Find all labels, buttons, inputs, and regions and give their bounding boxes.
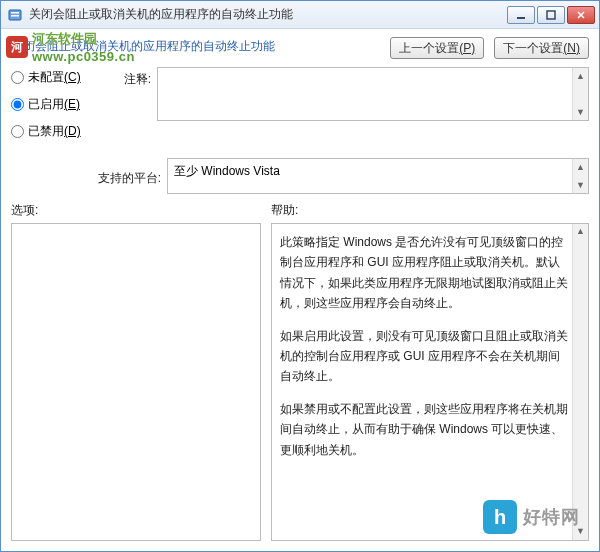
window-root: 关闭会阻止或取消关机的应用程序的自动终止功能 河 河东软件园 www.pc035… bbox=[0, 0, 600, 552]
heading-group: 关闭会阻止或取消关机的应用程序的自动终止功能 bbox=[11, 38, 380, 59]
scroll-down-icon[interactable]: ▼ bbox=[573, 524, 588, 540]
prev-setting-button[interactable]: 上一个设置(P) bbox=[390, 37, 484, 59]
radio-not-configured[interactable]: 未配置(C) bbox=[11, 69, 97, 86]
help-box[interactable]: 此策略指定 Windows 是否允许没有可见顶级窗口的控制台应用程序和 GUI … bbox=[271, 223, 589, 541]
svg-rect-2 bbox=[11, 15, 19, 17]
minimize-button[interactable] bbox=[507, 6, 535, 24]
window-buttons bbox=[507, 6, 595, 24]
help-paragraph: 如果禁用或不配置此设置，则这些应用程序将在关机期间自动终止，从而有助于确保 Wi… bbox=[280, 399, 568, 460]
scroll-up-icon[interactable]: ▲ bbox=[573, 68, 588, 84]
radio-disabled-input[interactable] bbox=[11, 125, 24, 138]
help-paragraph: 如果启用此设置，则没有可见顶级窗口且阻止或取消关机的控制台应用程序或 GUI 应… bbox=[280, 326, 568, 387]
help-label: 帮助: bbox=[271, 202, 589, 219]
maximize-button[interactable] bbox=[537, 6, 565, 24]
supported-value: 至少 Windows Vista bbox=[174, 163, 280, 180]
policy-title: 关闭会阻止或取消关机的应用程序的自动终止功能 bbox=[11, 38, 380, 55]
supported-row: 支持的平台: 至少 Windows Vista ▲ ▼ bbox=[97, 158, 589, 194]
radio-enabled-input[interactable] bbox=[11, 98, 24, 111]
options-pane: 选项: bbox=[11, 202, 261, 541]
radio-not-configured-input[interactable] bbox=[11, 71, 24, 84]
help-paragraph: 此策略指定 Windows 是否允许没有可见顶级窗口的控制台应用程序和 GUI … bbox=[280, 232, 568, 314]
supported-label: 支持的平台: bbox=[97, 166, 167, 187]
help-pane: 帮助: 此策略指定 Windows 是否允许没有可见顶级窗口的控制台应用程序和 … bbox=[271, 202, 589, 541]
body: 未配置(C) 已启用(E) 已禁用(D) 注释: ▲ ▼ bbox=[1, 63, 599, 551]
lower-panes: 选项: 帮助: 此策略指定 Windows 是否允许没有可见顶级窗口的控制台应用… bbox=[11, 202, 589, 541]
scroll-up-icon[interactable]: ▲ bbox=[573, 159, 588, 175]
comment-scrollbar[interactable]: ▲ ▼ bbox=[572, 68, 588, 120]
radio-enabled[interactable]: 已启用(E) bbox=[11, 96, 97, 113]
next-setting-button[interactable]: 下一个设置(N) bbox=[494, 37, 589, 59]
supported-scrollbar[interactable]: ▲ ▼ bbox=[572, 159, 588, 193]
svg-rect-3 bbox=[517, 17, 525, 19]
watermark-haote: h 好特网 bbox=[483, 500, 580, 534]
options-label: 选项: bbox=[11, 202, 261, 219]
scroll-down-icon[interactable]: ▼ bbox=[573, 177, 588, 193]
comment-label: 注释: bbox=[97, 67, 157, 88]
help-scrollbar[interactable]: ▲ ▼ bbox=[572, 224, 588, 540]
close-button[interactable] bbox=[567, 6, 595, 24]
config-row: 未配置(C) 已启用(E) 已禁用(D) 注释: ▲ ▼ bbox=[11, 67, 589, 150]
watermark2-logo-icon: h bbox=[483, 500, 517, 534]
scroll-up-icon[interactable]: ▲ bbox=[573, 224, 588, 240]
svg-rect-1 bbox=[11, 12, 19, 14]
radio-group: 未配置(C) 已启用(E) 已禁用(D) bbox=[11, 67, 97, 150]
svg-rect-4 bbox=[547, 11, 555, 19]
titlebar: 关闭会阻止或取消关机的应用程序的自动终止功能 bbox=[1, 1, 599, 29]
supported-box: 至少 Windows Vista ▲ ▼ bbox=[167, 158, 589, 194]
comment-textarea[interactable]: ▲ ▼ bbox=[157, 67, 589, 121]
options-box[interactable] bbox=[11, 223, 261, 541]
app-icon bbox=[7, 7, 23, 23]
radio-disabled[interactable]: 已禁用(D) bbox=[11, 123, 97, 140]
scroll-down-icon[interactable]: ▼ bbox=[573, 104, 588, 120]
window-title: 关闭会阻止或取消关机的应用程序的自动终止功能 bbox=[29, 6, 507, 23]
header: 关闭会阻止或取消关机的应用程序的自动终止功能 上一个设置(P) 下一个设置(N) bbox=[1, 29, 599, 63]
